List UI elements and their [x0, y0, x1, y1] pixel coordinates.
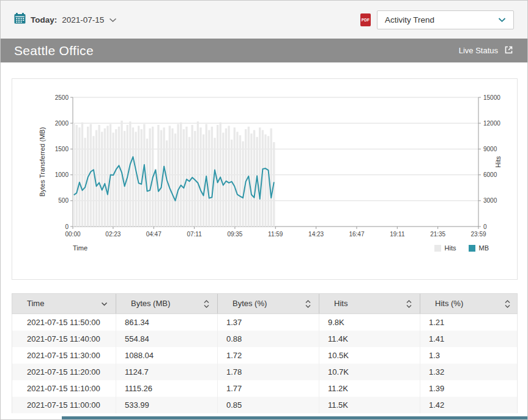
chevron-down-icon	[109, 14, 117, 25]
svg-text:02:23: 02:23	[105, 231, 121, 238]
legend-swatch	[434, 245, 441, 252]
table-row[interactable]: 2021-07-15 11:00:00533.990.8511.5K1.42	[12, 397, 517, 413]
column-header-bytes[interactable]: Bytes (%)	[218, 294, 319, 313]
svg-text:0: 0	[483, 223, 487, 230]
live-status-label: Live Status	[459, 46, 498, 55]
chart-legend: HitsMB	[434, 244, 489, 252]
cell-time: 2021-07-15 11:50:00	[12, 314, 116, 331]
svg-text:9000: 9000	[483, 146, 497, 152]
selected-date: 2021-07-15	[62, 15, 104, 24]
cell-value: 0.85	[218, 397, 319, 413]
live-status-link[interactable]: Live Status	[459, 45, 514, 57]
x-axis-title: Time	[73, 244, 87, 252]
report-type-value: Activity Trend	[385, 15, 434, 24]
svg-text:09:35: 09:35	[227, 231, 242, 238]
cell-value: 861.34	[116, 314, 218, 331]
cell-value: 533.99	[116, 397, 218, 413]
cell-value: 1.78	[218, 364, 319, 380]
svg-text:23:59: 23:59	[470, 231, 486, 238]
chart-footer: Time HitsMB	[73, 244, 489, 252]
cell-value: 10.7K	[319, 364, 420, 380]
cell-value: 1.77	[218, 380, 319, 397]
table-row[interactable]: 2021-07-15 11:20:001124.71.7810.7K1.32	[12, 364, 517, 380]
cell-value: 1.41	[420, 331, 518, 347]
svg-text:12000: 12000	[483, 120, 500, 127]
column-header-time[interactable]: Time	[12, 294, 116, 313]
date-range-picker[interactable]: Today: 2021-07-15	[14, 13, 117, 26]
activity-trend-chart-panel: 0500100015002000250003000600090001200015…	[12, 78, 518, 280]
svg-text:1500: 1500	[55, 146, 69, 152]
table-row[interactable]: 2021-07-15 11:30:001088.041.7210.5K1.3	[12, 347, 517, 364]
activity-data-table: TimeBytes (MB)Bytes (%)HitsHits (%) 2021…	[12, 293, 518, 413]
svg-text:19:11: 19:11	[390, 231, 405, 238]
svg-text:500: 500	[58, 197, 69, 204]
column-header-bytes-mb[interactable]: Bytes (MB)	[116, 294, 218, 313]
svg-text:Bytes Transferred (MB): Bytes Transferred (MB)	[39, 127, 46, 197]
chevron-down-icon	[498, 15, 506, 24]
sort-icon	[505, 294, 510, 313]
column-header-hits[interactable]: Hits	[319, 294, 420, 313]
today-label: Today:	[31, 15, 57, 24]
cell-time: 2021-07-15 11:00:00	[12, 397, 116, 413]
page-title: Seattle Office	[14, 43, 94, 58]
table-body: 2021-07-15 11:50:00861.341.379.8K1.21202…	[12, 314, 518, 413]
pdf-export-icon[interactable]: PDF	[360, 13, 371, 26]
cell-time: 2021-07-15 11:20:00	[12, 364, 116, 380]
svg-text:14:23: 14:23	[308, 231, 324, 238]
svg-text:2000: 2000	[55, 120, 69, 127]
svg-text:11:59: 11:59	[268, 231, 283, 238]
sort-icon	[101, 294, 108, 313]
svg-text:16:47: 16:47	[349, 231, 364, 238]
svg-text:0: 0	[65, 223, 69, 230]
sort-icon	[305, 294, 311, 313]
table-header-row: TimeBytes (MB)Bytes (%)HitsHits (%)	[12, 293, 518, 314]
cell-value: 1.39	[420, 380, 518, 397]
svg-text:1000: 1000	[55, 171, 69, 178]
sort-icon	[406, 294, 412, 313]
svg-text:3000: 3000	[483, 197, 497, 204]
legend-swatch	[469, 245, 475, 252]
cell-value: 1.42	[420, 397, 518, 413]
report-type-select[interactable]: Activity Trend	[377, 10, 514, 29]
external-link-icon	[504, 45, 514, 57]
svg-text:2500: 2500	[55, 94, 69, 101]
cell-value: 11.4K	[319, 331, 420, 347]
cell-value: 0.88	[218, 331, 319, 347]
svg-text:00:00: 00:00	[65, 231, 80, 238]
cell-value: 1115.26	[116, 380, 218, 397]
sort-icon	[204, 294, 209, 313]
cell-value: 11.2K	[319, 380, 420, 397]
cell-value: 1088.04	[116, 347, 218, 364]
svg-text:Hits: Hits	[494, 156, 502, 168]
svg-text:07:11: 07:11	[187, 231, 202, 238]
cell-time: 2021-07-15 11:10:00	[12, 380, 116, 397]
cell-value: 9.8K	[319, 314, 420, 331]
cell-value: 10.5K	[319, 347, 420, 364]
svg-text:6000: 6000	[483, 171, 497, 178]
top-toolbar: Today: 2021-07-15 PDF Activity Trend	[1, 1, 527, 39]
table-row[interactable]: 2021-07-15 11:10:001115.261.7711.2K1.39	[12, 380, 517, 397]
cell-time: 2021-07-15 11:40:00	[12, 331, 116, 347]
cell-value: 554.84	[116, 331, 218, 347]
cell-value: 11.5K	[319, 397, 420, 413]
cell-time: 2021-07-15 11:30:00	[12, 347, 116, 364]
cell-value: 1.21	[420, 314, 518, 331]
cell-value: 1.72	[218, 347, 319, 364]
table-row[interactable]: 2021-07-15 11:40:00554.840.8811.4K1.41	[12, 331, 517, 347]
table-row[interactable]: 2021-07-15 11:50:00861.341.379.8K1.21	[12, 314, 517, 331]
column-header-hits[interactable]: Hits (%)	[420, 294, 518, 313]
cell-value: 1.3	[420, 347, 518, 364]
app-window: Today: 2021-07-15 PDF Activity Trend Sea…	[0, 0, 528, 420]
svg-text:21:35: 21:35	[430, 231, 445, 238]
bottom-partial-element	[62, 416, 527, 419]
activity-trend-chart: 0500100015002000250003000600090001200015…	[12, 79, 516, 239]
svg-text:15000: 15000	[483, 94, 500, 101]
legend-item-mb[interactable]: MB	[469, 244, 489, 252]
cell-value: 1.37	[218, 314, 319, 331]
legend-item-hits[interactable]: Hits	[434, 244, 456, 252]
calendar-icon	[14, 13, 26, 26]
svg-text:04:47: 04:47	[146, 231, 162, 238]
section-header: Seattle Office Live Status	[1, 39, 527, 62]
cell-value: 1.32	[420, 364, 518, 380]
cell-value: 1124.7	[116, 364, 218, 380]
